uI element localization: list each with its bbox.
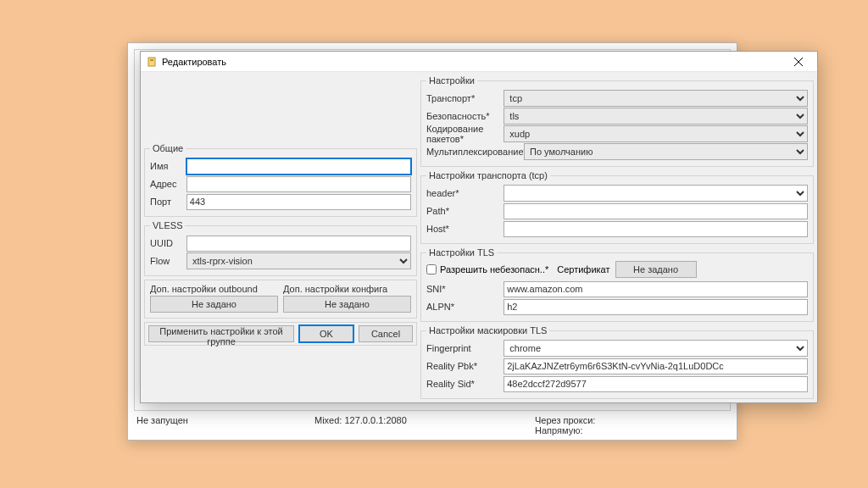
header-select[interactable] — [504, 185, 808, 202]
path-label: Path* — [426, 206, 504, 216]
svg-rect-1 — [150, 59, 153, 61]
header-label: header* — [426, 188, 504, 198]
transport-label: Транспорт* — [426, 93, 504, 103]
name-label: Имя — [150, 161, 186, 171]
group-extra: Доп. настройки outbound Не задано Доп. н… — [144, 280, 417, 319]
cert-label: Сертификат — [557, 264, 609, 274]
group-vless: VLESS UUID Flow xtls-rprx-vision — [144, 220, 417, 276]
host-label: Host* — [426, 224, 504, 234]
group-settings: Настройки Транспорт* tcp Безопасность* t… — [420, 75, 814, 167]
fingerprint-label: Fingerprint — [426, 343, 504, 353]
dialog-buttons: Применить настройки к этой группе OK Can… — [144, 322, 417, 346]
transport-select[interactable]: tcp — [504, 90, 808, 107]
uuid-input[interactable] — [186, 236, 411, 252]
group-tls-mask-legend: Настройки маскировки TLS — [426, 325, 549, 336]
packet-encoding-label: Кодирование пакетов* — [426, 124, 504, 144]
cancel-button[interactable]: Cancel — [359, 325, 413, 342]
status-direct: Напрямую: — [535, 425, 595, 435]
apply-group-button[interactable]: Применить настройки к этой группе — [148, 325, 294, 342]
ok-button[interactable]: OK — [299, 325, 353, 342]
allow-insecure-checkbox[interactable]: Разрешить небезопасн..* — [426, 264, 548, 274]
flow-select[interactable]: xtls-rprx-vision — [186, 252, 411, 269]
cert-button[interactable]: Не задано — [615, 261, 697, 278]
group-vless-legend: VLESS — [150, 220, 185, 230]
group-tls-mask: Настройки маскировки TLS Fingerprint chr… — [420, 325, 814, 399]
group-settings-legend: Настройки — [426, 75, 477, 86]
path-input[interactable] — [504, 203, 808, 219]
edit-dialog: Редактировать Общие Имя Адрес Порт VLESS… — [140, 51, 818, 403]
name-input[interactable] — [186, 158, 411, 175]
alpn-input[interactable] — [504, 299, 808, 315]
extra-outbound-button[interactable]: Не задано — [150, 296, 278, 313]
port-input[interactable] — [186, 194, 411, 210]
mux-label: Мультиплексирование* — [426, 147, 524, 157]
extra-config-label: Доп. настройки конфига — [283, 284, 411, 294]
uuid-label: UUID — [150, 238, 186, 248]
fingerprint-select[interactable]: chrome — [504, 340, 808, 357]
group-transport-legend: Настройки транспорта (tcp) — [426, 170, 550, 180]
flow-label: Flow — [150, 256, 186, 266]
allow-insecure-label: Разрешить небезопасн..* — [440, 264, 548, 274]
group-transport: Настройки транспорта (tcp) header* Path*… — [420, 170, 814, 244]
titlebar: Редактировать — [141, 52, 817, 72]
sni-input[interactable] — [504, 281, 808, 297]
group-common: Общие Имя Адрес Порт — [144, 143, 417, 217]
host-input[interactable] — [504, 221, 808, 237]
reality-pbk-input[interactable] — [504, 358, 808, 374]
close-button[interactable] — [783, 53, 814, 71]
group-tls: Настройки TLS Разрешить небезопасн..* Се… — [420, 247, 814, 322]
svg-rect-0 — [148, 58, 155, 66]
status-proxy: Через прокси: — [535, 415, 595, 425]
sni-label: SNI* — [426, 284, 504, 294]
group-common-legend: Общие — [150, 143, 186, 153]
address-input[interactable] — [186, 176, 411, 192]
port-label: Порт — [150, 197, 186, 207]
security-select[interactable]: tls — [504, 108, 808, 125]
allow-insecure-input[interactable] — [426, 264, 437, 274]
app-icon — [146, 56, 158, 68]
close-icon — [794, 58, 803, 66]
alpn-label: ALPN* — [426, 302, 504, 312]
status-not-running: Не запущен — [136, 415, 314, 425]
status-mixed: Mixed: 127.0.0.1:2080 — [314, 415, 535, 425]
dialog-title: Редактировать — [162, 57, 783, 67]
reality-sid-input[interactable] — [504, 376, 808, 392]
extra-config-button[interactable]: Не задано — [283, 296, 411, 313]
group-tls-legend: Настройки TLS — [426, 247, 497, 258]
extra-outbound-label: Доп. настройки outbound — [150, 284, 278, 294]
address-label: Адрес — [150, 179, 186, 189]
reality-pbk-label: Reality Pbk* — [426, 361, 504, 371]
mux-select[interactable]: По умолчанию — [524, 143, 808, 160]
status-bar: Не запущен Mixed: 127.0.0.1:2080 Через п… — [128, 413, 737, 440]
security-label: Безопасность* — [426, 111, 504, 121]
packet-encoding-select[interactable]: xudp — [504, 125, 808, 142]
reality-sid-label: Reality Sid* — [426, 379, 504, 389]
